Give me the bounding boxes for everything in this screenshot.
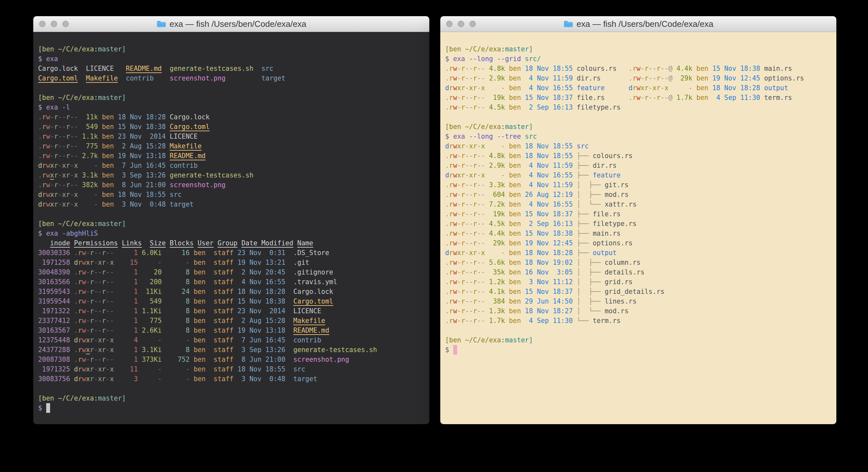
text-segment: 19 Nov 12:45: [708, 75, 760, 82]
permission-char: -: [70, 123, 74, 130]
text-segment: contrib: [166, 161, 198, 169]
terminal-line: 1971322 .rw-r--r-- 1 1.1Ki 8 ben staff 2…: [38, 306, 425, 316]
text-segment: [70, 288, 74, 295]
permission-char: r: [102, 307, 106, 315]
permission-char: -: [465, 259, 469, 266]
text-segment: ben: [505, 239, 521, 247]
text-segment: │ └──: [577, 201, 604, 208]
text-segment: 18 Nov 18:55: [521, 65, 573, 72]
text-segment: 4 Sep 11:30: [708, 94, 760, 101]
permission-char: -: [58, 152, 62, 160]
permission-char: -: [481, 152, 485, 160]
text-segment: 3.1k: [78, 171, 98, 179]
text-segment: Blocks: [169, 239, 193, 247]
text-segment: 4.1k: [485, 288, 505, 295]
text-segment: 18 Nov 18:28: [234, 288, 285, 295]
text-segment: [70, 336, 74, 344]
text-segment: │ ├──: [577, 278, 604, 286]
permission-char: -: [469, 210, 473, 218]
permission-char: .: [74, 278, 78, 286]
permission-char: r: [66, 191, 70, 199]
text-segment: [70, 297, 74, 305]
permission-char: w: [453, 161, 457, 169]
text-segment: [573, 230, 577, 237]
terminal-content[interactable]: [ben ~/C/e/exa:master]$ exa --long --gri…: [440, 32, 836, 424]
terminal-line: drwxr-xr-x - ben 7 Jun 16:45 contrib: [38, 161, 425, 170]
text-segment: Permissions: [74, 239, 118, 247]
permission-char: -: [110, 317, 114, 325]
permission-char: d: [74, 259, 78, 266]
permission-char: @: [669, 65, 672, 72]
permission-char: w: [453, 210, 457, 218]
permission-char: r: [449, 239, 453, 247]
text-segment: 4 Nov 16:55: [521, 201, 573, 208]
text-segment: └──: [577, 317, 592, 325]
permission-char: -: [74, 113, 78, 121]
permission-char: -: [469, 161, 473, 169]
text-segment: ├──: [577, 152, 592, 160]
minimize-button[interactable]: [51, 21, 57, 27]
permission-char: -: [465, 191, 469, 199]
permission-char: -: [94, 375, 98, 383]
minimize-button[interactable]: [458, 21, 464, 27]
permission-char: w: [82, 375, 86, 383]
permission-char: -: [465, 297, 469, 305]
text-segment: [605, 84, 629, 92]
permission-char: -: [457, 317, 461, 325]
permission-char: -: [661, 94, 664, 101]
close-button[interactable]: [39, 21, 45, 27]
text-segment: [573, 171, 577, 179]
text-segment: [225, 75, 261, 82]
close-button[interactable]: [446, 21, 453, 27]
zoom-button[interactable]: [62, 21, 69, 27]
permission-char: .: [445, 259, 449, 266]
terminal-line: 30030336 .rw-r--r-- 1 6.0Ki 16 ben staff…: [38, 248, 425, 258]
text-segment: ben: [505, 288, 521, 295]
text-segment: 6.0Ki: [138, 249, 162, 257]
text-segment: 1: [114, 297, 138, 305]
permission-char: x: [50, 161, 54, 169]
permission-char: .: [38, 171, 42, 179]
text-segment: 4 Sep 11:30: [521, 317, 573, 325]
permission-char: r: [656, 84, 660, 92]
permission-char: -: [477, 94, 481, 101]
text-segment: ben: [505, 161, 521, 169]
text-segment: [238, 239, 241, 247]
text-segment: 23 Nov 2014: [234, 307, 285, 315]
permission-char: r: [449, 104, 453, 111]
titlebar[interactable]: exa — fish /Users/ben/Code/exa/exa: [440, 16, 836, 32]
text-segment: 200: [138, 278, 162, 286]
permission-char: -: [94, 278, 98, 286]
text-segment: term.rs: [760, 94, 792, 101]
terminal-content[interactable]: [ben ~/C/e/exa:master]$ exaCargo.lock LI…: [33, 32, 429, 424]
text-segment: 1.3k: [485, 307, 505, 315]
permission-char: -: [465, 181, 469, 189]
text-segment: .git: [285, 259, 309, 266]
text-segment: Cargo.lock: [285, 288, 333, 295]
permission-char: -: [661, 84, 664, 92]
permission-char: -: [74, 181, 78, 189]
permission-char: x: [110, 346, 114, 354]
permission-char: r: [656, 65, 660, 72]
text-segment: feature: [593, 171, 621, 179]
permission-char: r: [78, 326, 82, 334]
text-segment: [573, 161, 577, 169]
permission-char: .: [445, 297, 449, 305]
text-segment: dir.rs: [593, 161, 617, 169]
text-segment: 4: [114, 336, 138, 344]
permission-char: r: [42, 181, 46, 189]
text-segment: [573, 268, 577, 276]
text-segment: 2 Sep 16:13: [521, 220, 573, 228]
text-segment: 8 Jun 21:00: [234, 356, 285, 363]
terminal-line: inode Permissions Links Size Blocks User…: [38, 238, 425, 248]
zoom-button[interactable]: [469, 21, 476, 27]
titlebar[interactable]: exa — fish /Users/ben/Code/exa/exa: [33, 16, 429, 32]
text-segment: 35k: [485, 268, 505, 276]
text-segment: ├──: [577, 161, 592, 169]
permission-char: r: [461, 84, 465, 92]
text-segment: [58, 104, 62, 111]
permission-char: .: [445, 210, 449, 218]
permission-char: -: [58, 113, 62, 121]
permission-char: -: [477, 230, 481, 237]
permission-char: -: [481, 297, 485, 305]
